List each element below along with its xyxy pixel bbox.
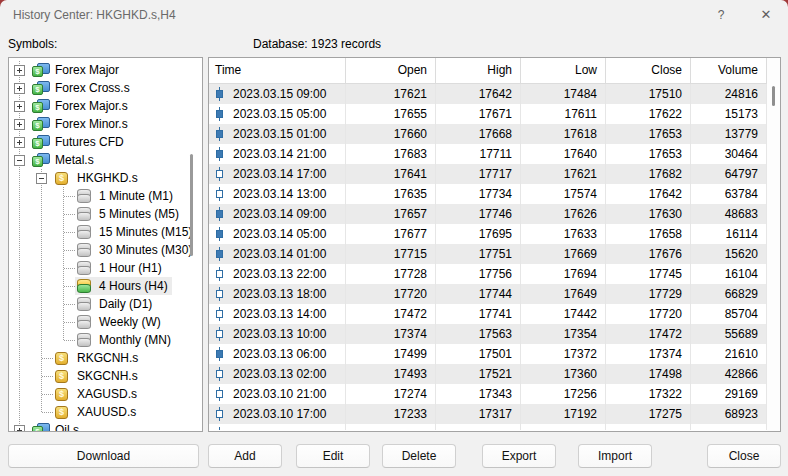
table-row-partial[interactable] xyxy=(209,424,767,430)
time-value: 2023.03.15 09:00 xyxy=(233,84,326,104)
open-cell: 17274 xyxy=(346,384,436,404)
close-cell: 17720 xyxy=(606,304,691,324)
export-button[interactable]: Export xyxy=(482,444,556,468)
tree-item-tf-d1[interactable]: Daily (D1) xyxy=(9,295,202,313)
table-row[interactable]: 2023.03.13 18:00177201774417649177296682… xyxy=(209,284,767,304)
tree-item-forex-minor-s[interactable]: $Forex Minor.s xyxy=(9,115,202,133)
tree-item-futures-cfd[interactable]: $Futures CFD xyxy=(9,133,202,151)
close-icon[interactable]: ✕ xyxy=(752,0,780,30)
column-header-time: Time xyxy=(209,58,346,84)
low-cell: 17484 xyxy=(521,84,606,104)
table-row[interactable]: 2023.03.13 02:00174931752117360174984286… xyxy=(209,364,767,384)
edit-button[interactable]: Edit xyxy=(296,444,370,468)
expander-plus-icon[interactable] xyxy=(9,61,31,79)
delete-button[interactable]: Delete xyxy=(382,444,456,468)
open-cell: 17374 xyxy=(346,324,436,344)
tree-item-tf-m15[interactable]: 15 Minutes (M15) xyxy=(9,223,202,241)
expander-plus-icon[interactable] xyxy=(9,115,31,133)
low-cell: 17649 xyxy=(521,284,606,304)
tree-item-rkgcnh-s[interactable]: $RKGCNH.s xyxy=(9,349,202,367)
help-icon[interactable]: ? xyxy=(708,0,734,30)
table-row[interactable]: 2023.03.14 17:00176411771717621176826479… xyxy=(209,164,767,184)
tree-item-tf-m30[interactable]: 30 Minutes (M30) xyxy=(9,241,202,259)
table-row[interactable]: 2023.03.15 01:00176601766817618176531377… xyxy=(209,124,767,144)
table-row[interactable]: 2023.03.15 05:00176551767117611176221517… xyxy=(209,104,767,124)
tree-item-forex-major-s[interactable]: $Forex Major.s xyxy=(9,97,202,115)
tree-item-tf-h1[interactable]: 1 Hour (H1) xyxy=(9,259,202,277)
high-cell: 17711 xyxy=(436,144,521,164)
close-cell: 17642 xyxy=(606,184,691,204)
time-value: 2023.03.13 10:00 xyxy=(233,324,326,344)
tree-item-forex-major[interactable]: $Forex Major xyxy=(9,61,202,79)
close-cell xyxy=(606,424,691,430)
table-row[interactable]: 2023.03.14 05:00176771769517633176581611… xyxy=(209,224,767,244)
download-button[interactable]: Download xyxy=(8,444,199,468)
high-cell: 17563 xyxy=(436,324,521,344)
tree-item-label: SKGCNH.s xyxy=(77,369,138,383)
time-cell: 2023.03.14 09:00 xyxy=(209,204,346,224)
expander-plus-icon[interactable] xyxy=(9,421,31,432)
time-cell xyxy=(209,424,346,430)
tree-item-skgcnh-s[interactable]: $SKGCNH.s xyxy=(9,367,202,385)
table-row[interactable]: 2023.03.14 13:00176351773417574176426378… xyxy=(209,184,767,204)
tf-icon xyxy=(76,225,94,239)
history-table: TimeOpenHighLowCloseVolume 2023.03.15 09… xyxy=(209,58,767,431)
high-cell: 17521 xyxy=(436,364,521,384)
table-row[interactable]: 2023.03.14 21:00176831771117640176533046… xyxy=(209,144,767,164)
tree-guide xyxy=(31,367,53,385)
expander-plus-icon[interactable] xyxy=(9,97,31,115)
table-scrollbar[interactable] xyxy=(767,58,780,431)
tree-item-tf-m1[interactable]: 1 Minute (M1) xyxy=(9,187,202,205)
tree-item-metal-s[interactable]: $Metal.s xyxy=(9,151,202,169)
high-cell: 17741 xyxy=(436,304,521,324)
table-row[interactable]: 2023.03.13 06:00174991750117372173742161… xyxy=(209,344,767,364)
expander-plus-icon[interactable] xyxy=(9,79,31,97)
import-button[interactable]: Import xyxy=(578,444,652,468)
tree-guide xyxy=(9,367,31,385)
time-value: 2023.03.13 02:00 xyxy=(233,364,326,384)
low-cell: 17611 xyxy=(521,104,606,124)
close-cell: 17729 xyxy=(606,284,691,304)
candle-icon xyxy=(215,107,224,121)
tree-item-forex-cross-s[interactable]: $Forex Cross.s xyxy=(9,79,202,97)
time-value: 2023.03.13 22:00 xyxy=(233,264,326,284)
volume-cell: 16114 xyxy=(691,224,767,244)
table-row[interactable]: 2023.03.10 21:00172741734317256173222916… xyxy=(209,384,767,404)
table-scrollbar-thumb[interactable] xyxy=(772,86,775,106)
table-row[interactable]: 2023.03.14 01:00177151775117669176761562… xyxy=(209,244,767,264)
table-row[interactable]: 2023.03.13 14:00174721774117442177208570… xyxy=(209,304,767,324)
volume-cell: 63784 xyxy=(691,184,767,204)
volume-cell: 13779 xyxy=(691,124,767,144)
tree-item-tf-w[interactable]: Weekly (W) xyxy=(9,313,202,331)
column-header-high: High xyxy=(436,58,521,84)
tree-scrollbar-thumb[interactable] xyxy=(190,154,193,256)
tree-item-xauusd-s[interactable]: $XAUUSD.s xyxy=(9,403,202,421)
tree-guide xyxy=(9,187,31,205)
tree-item-hkghkd-s[interactable]: $HKGHKD.s xyxy=(9,169,202,187)
table-row[interactable]: 2023.03.14 09:00176571774617626176304868… xyxy=(209,204,767,224)
table-row[interactable]: 2023.03.13 22:00177281775617694177451610… xyxy=(209,264,767,284)
expander-plus-icon[interactable] xyxy=(9,133,31,151)
table-row[interactable]: 2023.03.13 10:00173741756317354174725568… xyxy=(209,324,767,344)
tree-item-tf-m5[interactable]: 5 Minutes (M5) xyxy=(9,205,202,223)
high-cell: 17751 xyxy=(436,244,521,264)
add-button[interactable]: Add xyxy=(208,444,282,468)
time-cell: 2023.03.13 22:00 xyxy=(209,264,346,284)
expander-minus-icon[interactable] xyxy=(31,169,53,187)
tree-item-label: XAGUSD.s xyxy=(77,387,137,401)
tree-item-tf-mn[interactable]: Monthly (MN) xyxy=(9,331,202,349)
expander-minus-icon[interactable] xyxy=(9,151,31,169)
close-button[interactable]: Close xyxy=(707,444,781,468)
candle-icon xyxy=(215,427,224,430)
time-cell: 2023.03.14 17:00 xyxy=(209,164,346,184)
tree-item-label: 1 Minute (M1) xyxy=(99,189,173,203)
table-row[interactable]: 2023.03.15 09:00176211764217484175102481… xyxy=(209,84,767,104)
folder-icon: $ xyxy=(32,153,50,167)
high-cell: 17501 xyxy=(436,344,521,364)
low-cell: 17442 xyxy=(521,304,606,324)
tree-guide xyxy=(31,259,53,277)
table-row[interactable]: 2023.03.10 17:00172331731717192172756892… xyxy=(209,404,767,424)
tree-item-tf-h4[interactable]: 4 Hours (H4) xyxy=(9,277,202,295)
tree-item-xagusd-s[interactable]: $XAGUSD.s xyxy=(9,385,202,403)
tree-item-oil-s[interactable]: $Oil.s xyxy=(9,421,202,432)
